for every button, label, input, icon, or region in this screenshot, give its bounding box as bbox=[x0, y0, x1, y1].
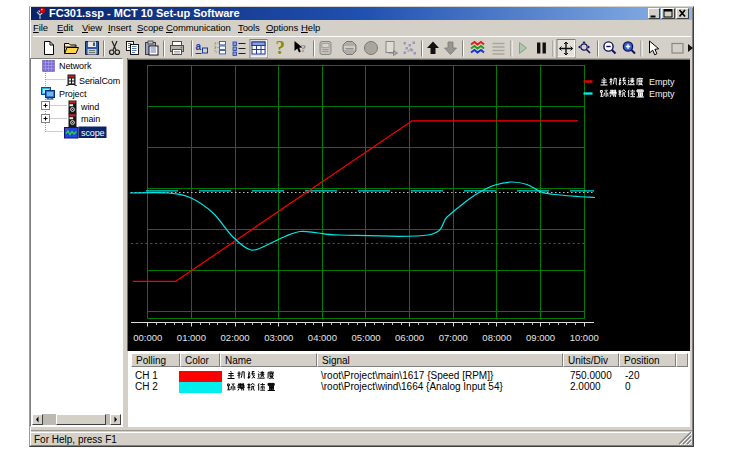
svg-text:scope: scope bbox=[81, 128, 105, 138]
svg-text:Network: Network bbox=[59, 61, 92, 71]
svg-text:03:000: 03:000 bbox=[264, 332, 293, 343]
svg-text:10:000: 10:000 bbox=[570, 332, 599, 343]
svg-text:01:000: 01:000 bbox=[177, 332, 206, 343]
svg-text:05:000: 05:000 bbox=[351, 332, 380, 343]
svg-text:07:000: 07:000 bbox=[439, 332, 468, 343]
svg-text:main: main bbox=[81, 114, 100, 124]
svg-text:?: ? bbox=[301, 42, 307, 54]
svg-text:00:000: 00:000 bbox=[133, 332, 162, 343]
svg-text:02:000: 02:000 bbox=[221, 332, 250, 343]
svg-text:08:000: 08:000 bbox=[482, 332, 511, 343]
svg-text:Empty: Empty bbox=[649, 89, 675, 99]
svg-text:SerialCom: SerialCom bbox=[79, 76, 120, 86]
svg-text:wind: wind bbox=[80, 102, 99, 112]
svg-text:Project: Project bbox=[59, 89, 87, 99]
svg-text:Empty: Empty bbox=[649, 77, 675, 87]
svg-text:?: ? bbox=[276, 37, 286, 58]
svg-text:04:000: 04:000 bbox=[308, 332, 337, 343]
svg-text:09:000: 09:000 bbox=[526, 332, 555, 343]
svg-text:a: a bbox=[196, 41, 202, 52]
svg-text:06:000: 06:000 bbox=[395, 332, 424, 343]
